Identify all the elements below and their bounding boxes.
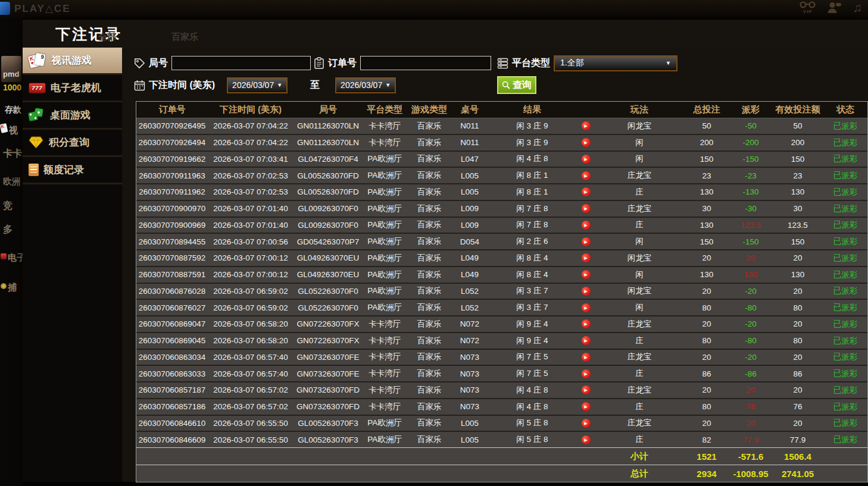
table-cell: 2026-03-07 06:58:20 bbox=[208, 336, 294, 345]
bet-records-table: 订单号 下注时间 (美东) 局号 平台类型 游戏类型 桌号 结果 玩法 总投注 … bbox=[136, 101, 868, 482]
background-nav-fragment: 多 bbox=[3, 224, 13, 236]
table-cell: 2026-03-07 06:55:50 bbox=[208, 419, 294, 428]
table-cell: 闲 8 庄 1 bbox=[488, 187, 577, 197]
table-cell: 闲 bbox=[595, 153, 684, 164]
table-cell: GD054263070P7 bbox=[294, 237, 363, 246]
subtotal-valid-bet: 1506.4 bbox=[772, 451, 823, 462]
table-row: 2603070608571872026-03-07 06:57:02GN0732… bbox=[136, 381, 867, 398]
play-result-icon[interactable]: ▶ bbox=[582, 336, 591, 345]
date-from-select[interactable]: 2026/03/07 ▼ bbox=[227, 77, 288, 93]
table-cell: 闲 3 庄 7 bbox=[488, 286, 577, 296]
table-cell: N011 bbox=[452, 121, 488, 130]
sidebar-item-credit-records[interactable]: 额度记录 bbox=[23, 157, 122, 184]
play-result-icon[interactable]: ▶ bbox=[582, 419, 591, 428]
table-cell: 130 bbox=[684, 187, 729, 196]
table-cell: 260307060876027 bbox=[136, 303, 208, 312]
play-result-icon[interactable]: ▶ bbox=[582, 204, 591, 213]
table-cell: GN072263070FX bbox=[294, 319, 363, 328]
chevron-down-icon: ▼ bbox=[277, 82, 282, 88]
order-input[interactable] bbox=[360, 56, 491, 70]
table-cell: 庄 bbox=[595, 187, 684, 197]
subtotal-payout: -571.6 bbox=[729, 451, 772, 462]
table-cell: 80 bbox=[684, 303, 729, 312]
table-cell: 200 bbox=[772, 138, 823, 147]
table-cell: -150 bbox=[729, 237, 772, 246]
sidebar-item-table-games[interactable]: 桌面游戏 bbox=[23, 102, 122, 130]
platform-select[interactable]: 1.全部 ▼ bbox=[554, 55, 677, 71]
play-result-icon[interactable]: ▶ bbox=[582, 171, 591, 180]
table-cell: 闲 bbox=[595, 269, 684, 280]
play-result-icon[interactable]: ▶ bbox=[582, 319, 591, 328]
vip-label: VIP bbox=[803, 10, 813, 14]
play-result-icon[interactable]: ▶ bbox=[582, 221, 591, 230]
table-cell: 20 bbox=[772, 253, 823, 262]
play-result-icon[interactable]: ▶ bbox=[582, 353, 591, 362]
col-header: 平台类型 bbox=[363, 104, 407, 115]
table-cell: -30 bbox=[729, 204, 772, 213]
table-cell: 260307060863034 bbox=[136, 353, 208, 362]
play-result-icon[interactable]: ▶ bbox=[582, 237, 591, 246]
background-tab: 百家乐 bbox=[171, 32, 198, 43]
table-cell: 已派彩 bbox=[823, 319, 867, 330]
music-icon[interactable]: ♫ bbox=[853, 1, 862, 14]
round-input[interactable] bbox=[171, 56, 311, 70]
bet-time-filter-group: 下注时间 (美东) 2026/03/07 ▼ 至 2026/03/07 ▼ bbox=[134, 77, 396, 93]
col-header: 派彩 bbox=[729, 104, 772, 115]
table-cell: 260307070926495 bbox=[136, 121, 208, 130]
play-result-icon[interactable]: ▶ bbox=[582, 385, 591, 394]
play-result-icon[interactable]: ▶ bbox=[582, 303, 591, 312]
table-cell: 2026-03-07 06:59:02 bbox=[208, 287, 294, 296]
table-row: 2603070608690452026-03-07 06:58:20GN0722… bbox=[136, 332, 867, 349]
play-result-icon[interactable]: ▶ bbox=[582, 287, 591, 296]
table-cell: 150 bbox=[684, 155, 729, 164]
support-icon[interactable] bbox=[826, 1, 842, 14]
subtotal-label: 小计 bbox=[595, 451, 684, 462]
table-cell: L005 bbox=[452, 419, 488, 428]
play-result-icon[interactable]: ▶ bbox=[582, 369, 591, 378]
vip-icon[interactable]: VIP bbox=[800, 1, 816, 14]
sidebar-item-slots[interactable]: 777 电子老虎机 bbox=[23, 75, 122, 102]
table-cell: 百家乐 bbox=[407, 137, 452, 148]
col-header: 订单号 bbox=[136, 104, 208, 115]
play-result-icon[interactable]: ▶ bbox=[582, 270, 591, 279]
play-result-icon[interactable]: ▶ bbox=[582, 121, 591, 130]
table-cell: 百家乐 bbox=[407, 434, 452, 445]
play-result-icon[interactable]: ▶ bbox=[582, 155, 591, 164]
table-cell: 百家乐 bbox=[407, 236, 452, 247]
sidebar-item-label: 视讯游戏 bbox=[51, 54, 92, 67]
table-cell: 30 bbox=[772, 204, 823, 213]
table-cell: 2026-03-07 06:59:02 bbox=[208, 303, 294, 312]
platform-label: 平台类型 bbox=[512, 57, 550, 70]
table-row: 2603070709196622026-03-07 07:03:41GL0472… bbox=[136, 150, 867, 167]
table-cell: 20 bbox=[684, 287, 729, 296]
table-cell: 闲 4 庄 8 bbox=[488, 153, 577, 164]
sidebar-item-live-games[interactable]: K♥9 视讯游戏 bbox=[23, 48, 122, 75]
query-button[interactable]: 查询 bbox=[497, 76, 536, 94]
play-result-icon[interactable]: ▶ bbox=[582, 435, 591, 444]
col-header: 有效投注额 bbox=[772, 104, 823, 115]
play-result-icon[interactable]: ▶ bbox=[582, 253, 591, 262]
sidebar-item-points-query[interactable]: 积分查询 bbox=[23, 130, 122, 157]
modal-content: 局号 订单号 平台类型 bbox=[122, 48, 868, 482]
topbar: PLAY△CE VIP ♫ bbox=[0, 0, 868, 18]
table-cell: N072 bbox=[452, 319, 488, 328]
table-cell: 闲 5 庄 8 bbox=[488, 434, 577, 445]
table-cell: 260307060857186 bbox=[136, 402, 208, 411]
table-cell: 闲 2 庄 6 bbox=[488, 236, 577, 247]
play-result-icon[interactable]: ▶ bbox=[582, 187, 591, 196]
table-cell: L052 bbox=[452, 287, 488, 296]
table-cell: 已派彩 bbox=[823, 121, 867, 131]
table-cell: 已派彩 bbox=[823, 269, 867, 280]
date-to-select[interactable]: 2026/03/07 ▼ bbox=[335, 77, 396, 93]
play-result-icon[interactable]: ▶ bbox=[582, 138, 591, 147]
chevron-down-icon: ▼ bbox=[385, 82, 391, 88]
table-cell: 庄龙宝 bbox=[595, 203, 684, 214]
table-cell: 260307060846609 bbox=[136, 435, 208, 444]
table-cell: 123.5 bbox=[772, 221, 823, 230]
table-cell: 2026-03-07 06:55:50 bbox=[208, 435, 294, 444]
table-cell: 已派彩 bbox=[823, 402, 867, 412]
table-cell: 260307070894455 bbox=[136, 237, 208, 246]
brand-logo[interactable]: PLAY△CE bbox=[0, 2, 70, 15]
table-cell: 260307070900969 bbox=[136, 221, 208, 230]
play-result-icon[interactable]: ▶ bbox=[582, 402, 591, 411]
